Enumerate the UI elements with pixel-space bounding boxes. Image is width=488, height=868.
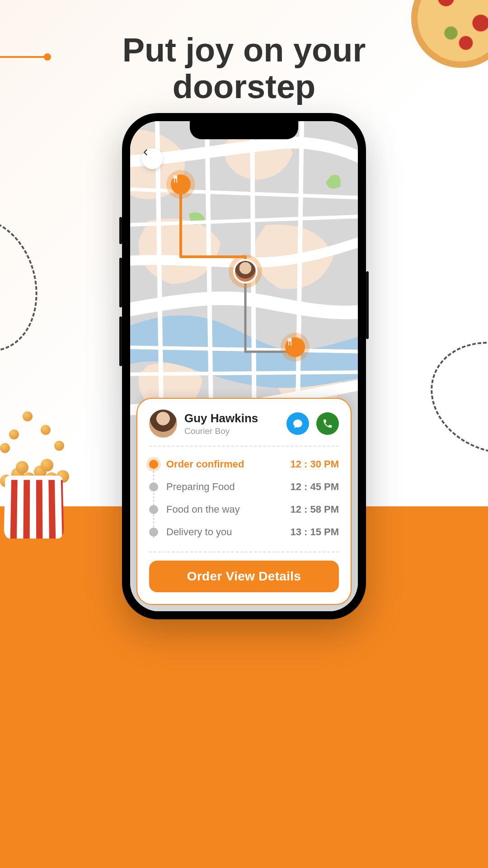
timeline-dot: [149, 505, 158, 514]
decorative-dashed-circle: [0, 206, 52, 363]
order-status-sheet: Guy Hawkins Courier Boy Order confirmed …: [136, 398, 352, 605]
order-timeline: Order confirmed 12 : 30 PM Preparing Foo…: [149, 453, 339, 543]
utensils-icon: [285, 337, 294, 346]
step-label: Delivery to you: [166, 526, 282, 538]
timeline-step: Food on the way 12 : 58 PM: [149, 498, 339, 521]
step-time: 12 : 30 PM: [290, 458, 339, 470]
chat-button[interactable]: [286, 412, 309, 435]
popcorn-decor: [0, 439, 81, 538]
courier-avatar[interactable]: [149, 410, 177, 438]
courier-row: Guy Hawkins Courier Boy: [149, 410, 339, 438]
chat-icon: [292, 418, 303, 429]
timeline-step: Delivery to you 13 : 15 PM: [149, 521, 339, 543]
map-pin-courier-avatar[interactable]: [233, 259, 258, 283]
phone-icon: [322, 418, 333, 429]
courier-name: Guy Hawkins: [184, 411, 279, 425]
map-pin-destination[interactable]: [285, 337, 305, 357]
step-time: 13 : 15 PM: [290, 526, 339, 538]
step-time: 12 : 45 PM: [290, 481, 339, 493]
step-time: 12 : 58 PM: [290, 504, 339, 515]
order-details-button[interactable]: Order View Details: [149, 561, 339, 592]
timeline-dot: [149, 528, 158, 537]
timeline-step: Order confirmed 12 : 30 PM: [149, 453, 339, 476]
phone-notch: [190, 121, 298, 139]
step-label: Food on the way: [166, 504, 282, 515]
map-pin-restaurant[interactable]: [171, 175, 191, 194]
step-label: Preparing Food: [166, 481, 282, 493]
call-button[interactable]: [316, 412, 339, 435]
timeline-dot-active: [149, 460, 158, 469]
phone-mockup: Guy Hawkins Courier Boy Order confirmed …: [122, 113, 366, 619]
chevron-left-icon: [142, 148, 150, 156]
courier-role: Courier Boy: [184, 426, 279, 436]
promo-headline: Put joy on your doorstep: [0, 32, 488, 105]
utensils-icon: [171, 175, 180, 184]
headline-line2: doorstep: [173, 68, 316, 105]
timeline-dot: [149, 482, 158, 491]
decorative-dashed-circle: [415, 324, 488, 472]
back-button[interactable]: [142, 148, 163, 169]
step-label: Order confirmed: [166, 458, 282, 470]
timeline-step: Preparing Food 12 : 45 PM: [149, 476, 339, 498]
separator: [149, 446, 339, 447]
separator: [149, 552, 339, 552]
app-screen: Guy Hawkins Courier Boy Order confirmed …: [130, 121, 358, 611]
headline-line1: Put joy on your: [122, 31, 366, 69]
